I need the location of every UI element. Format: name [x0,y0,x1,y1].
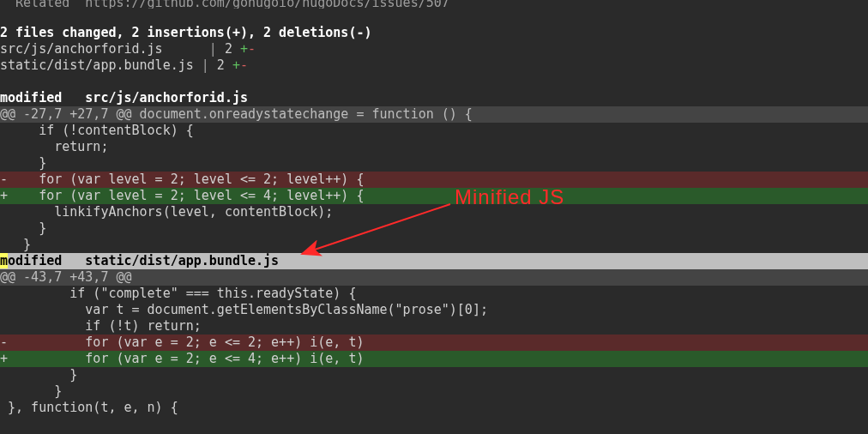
added-line: + for (var level = 2; level <= 4; level+… [0,188,868,204]
truncated-line: Related https://github.com/gohugoio/hugo… [0,0,868,9]
file2-name: static/dist/app.bundle.js [0,57,202,73]
context-line: if (!contentBlock) { [0,123,868,139]
file-header-1[interactable]: modified src/js/anchorforid.js [0,90,868,106]
file2-count: 2 [209,57,232,73]
diffstat-summary: 2 files changed, 2 insertions(+), 2 dele… [0,25,868,41]
hunk-header-2: @@ -43,7 +43,7 @@ [0,269,868,286]
plus-mark: + [240,41,248,57]
context-line: linkifyAnchors(level, contentBlock); [0,204,868,220]
file1-count: 2 [217,41,240,57]
context-line: } [0,383,868,400]
minus-mark: - [248,41,256,57]
context-line: return; [0,139,868,155]
annotation-label: Minified JS [455,189,564,205]
blank-line [0,74,868,90]
blank-line [0,9,868,25]
context-line: } [0,367,868,383]
blank-line [0,416,868,432]
pipe: | [202,57,209,73]
context-line: var t = document.getElementsByClassName(… [0,302,868,318]
plus-mark: + [232,57,240,73]
diff-viewer: Related https://github.com/gohugoio/hugo… [0,0,868,434]
deleted-line: - for (var e = 2; e <= 2; e++) i(e, t) [0,335,868,351]
diffstat-file-1: src/js/anchorforid.js | 2 +- [0,41,868,57]
pipe: | [209,41,217,57]
diffstat-file-2: static/dist/app.bundle.js | 2 +- [0,57,868,74]
context-line: } [0,237,868,253]
file1-name: src/js/anchorforid.js [0,41,209,57]
cursor: m [0,253,8,268]
context-line: if ("complete" === this.readyState) { [0,286,868,302]
context-line: } [0,155,868,172]
context-line: }, function(t, e, n) { [0,400,868,416]
context-line: if (!t) return; [0,318,868,335]
added-line: + for (var e = 2; e <= 4; e++) i(e, t) [0,351,868,367]
hunk-header-1: @@ -27,7 +27,7 @@ document.onreadystatec… [0,106,868,123]
minus-mark: - [240,57,248,73]
context-line: } [0,220,868,237]
deleted-line: - for (var level = 2; level <= 2; level+… [0,172,868,188]
file-header-2[interactable]: modified static/dist/app.bundle.js [0,253,868,269]
file-header-2-text: odified static/dist/app.bundle.js [8,253,279,268]
